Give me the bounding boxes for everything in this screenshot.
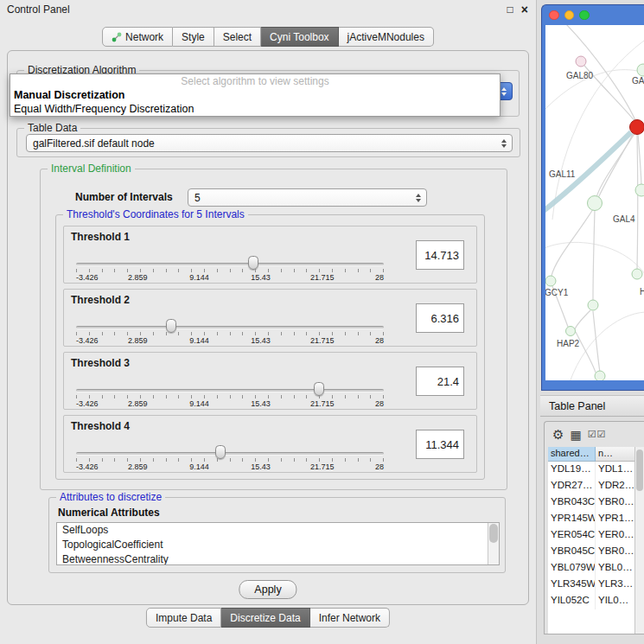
list-item[interactable]: BetweennessCentrality xyxy=(57,552,499,565)
close-traffic-light-icon[interactable] xyxy=(549,10,559,21)
table-cell[interactable]: YBL079W xyxy=(548,560,596,577)
table-cell[interactable]: YDR27… xyxy=(548,478,596,494)
network-node[interactable] xyxy=(566,327,576,336)
table-cell[interactable]: YLR3… xyxy=(596,577,634,593)
column-header-name[interactable]: n… xyxy=(596,447,634,462)
table-cell[interactable]: YBR0… xyxy=(596,494,634,511)
network-node[interactable] xyxy=(630,120,644,135)
number-of-intervals-label: Number of Intervals xyxy=(75,191,173,203)
network-window-titlebar[interactable] xyxy=(542,5,644,25)
tab-impute-data[interactable]: Impute Data xyxy=(146,608,221,628)
table-row[interactable]: YBR043CYBR0… xyxy=(548,494,634,511)
thresholds-list: Threshold 1-3.4262.8599.14415.4321.71528… xyxy=(56,226,484,478)
table-cell[interactable]: YBR0… xyxy=(596,544,634,560)
list-item[interactable]: TopologicalCoefficient xyxy=(57,538,499,552)
table-cell[interactable]: YDL19… xyxy=(548,462,596,478)
threshold-value-field[interactable]: 21.4 xyxy=(416,367,464,396)
table-cell[interactable]: YIL0… xyxy=(596,593,634,609)
table-cell[interactable]: YER0… xyxy=(596,527,634,544)
slider-ticks xyxy=(76,395,385,399)
slider-thumb[interactable] xyxy=(314,382,324,396)
slider-thumb[interactable] xyxy=(248,256,258,270)
slider-scale-label: -3.426 xyxy=(76,336,99,345)
slider-scale-label: 15.43 xyxy=(251,336,271,345)
tab-discretize-data[interactable]: Discretize Data xyxy=(221,608,309,628)
threshold-value-field[interactable]: 6.316 xyxy=(416,303,464,333)
slider-track[interactable] xyxy=(76,263,384,266)
table-cell[interactable]: YDL1… xyxy=(596,462,634,478)
stepper-arrows-icon[interactable] xyxy=(501,139,507,148)
table-cell[interactable]: YPR145W xyxy=(548,511,596,527)
column-header-shared-name[interactable]: shared… xyxy=(548,447,596,462)
list-item[interactable]: SelfLoops xyxy=(57,523,499,538)
tab-label: Style xyxy=(182,31,205,43)
thresholds-group: Threshold's Coordinates for 5 Intervals … xyxy=(55,214,485,480)
stepper-arrows-icon[interactable] xyxy=(416,194,421,202)
tab-infer-network[interactable]: Infer Network xyxy=(310,608,390,628)
popup-option-manual-discretization[interactable]: Manual Discretization xyxy=(10,88,500,102)
node-label: HAP2 xyxy=(557,339,580,348)
tab-select[interactable]: Select xyxy=(214,27,261,47)
network-node[interactable] xyxy=(632,269,642,279)
popup-option-equal-width-frequency[interactable]: Equal Width/Frequency Discretization xyxy=(10,102,500,116)
columns-icon[interactable]: ▦ xyxy=(570,428,581,442)
table-row[interactable]: YDL19…YDL1… xyxy=(548,462,634,478)
threshold-label: Threshold 1 xyxy=(71,231,130,243)
threshold-value-field[interactable]: 14.713 xyxy=(416,240,464,270)
table-cell[interactable]: YLR345W xyxy=(548,577,596,593)
number-of-intervals-combobox[interactable]: 5 xyxy=(188,188,427,207)
network-canvas[interactable]: GAL80GAGAL11GAL4GCY1HAP2H xyxy=(545,25,644,380)
tab-cyni-toolbox[interactable]: Cyni Toolbox xyxy=(261,27,338,47)
slider-track[interactable] xyxy=(76,389,384,392)
select-columns-checkbox-icons[interactable]: ☑☑ xyxy=(588,429,607,440)
scrollbar-thumb[interactable] xyxy=(636,450,643,491)
table-row[interactable]: YER054CYER0… xyxy=(548,527,634,544)
slider-thumb[interactable] xyxy=(215,445,226,459)
slider-scale-label: 9.144 xyxy=(189,462,209,471)
threshold-value-field[interactable]: 11.344 xyxy=(416,430,464,459)
apply-button[interactable]: Apply xyxy=(239,580,296,599)
float-window-icon[interactable]: □ xyxy=(507,0,513,19)
numerical-attributes-list[interactable]: SelfLoopsTopologicalCoefficientBetweenne… xyxy=(56,522,500,565)
network-node[interactable] xyxy=(588,300,598,310)
slider-scale-label: -3.426 xyxy=(76,462,99,471)
slider-scale-label: 28 xyxy=(375,462,384,471)
tab-network[interactable]: Network xyxy=(102,27,173,47)
table-row[interactable]: YBL079WYBL0… xyxy=(548,560,634,577)
close-window-icon[interactable]: × xyxy=(521,0,528,19)
table-row[interactable]: YIL052CYIL0… xyxy=(548,593,634,609)
table-rows: YDL19…YDL1…YDR27…YDR2…YBR043CYBR0…YPR145… xyxy=(548,462,634,609)
threshold-panel: Threshold 3-3.4262.8599.14415.4321.71528… xyxy=(63,352,477,410)
group-title: Threshold's Coordinates for 5 Intervals xyxy=(63,208,248,220)
table-cell[interactable]: YBR045C xyxy=(548,544,596,560)
table-cell[interactable]: YER054C xyxy=(548,527,596,544)
table-row[interactable]: YLR345WYLR3… xyxy=(548,577,634,593)
scrollbar-thumb[interactable] xyxy=(489,524,498,543)
slider-thumb[interactable] xyxy=(166,319,176,333)
slider-track[interactable] xyxy=(76,452,384,456)
table-cell[interactable]: YIL052C xyxy=(548,593,596,609)
table-cell[interactable]: YPR1… xyxy=(596,511,634,527)
table-cell[interactable]: YDR2… xyxy=(596,478,634,494)
table-cell[interactable]: YBR043C xyxy=(548,494,596,511)
table-scrollbar[interactable] xyxy=(634,447,644,634)
network-node[interactable] xyxy=(635,184,644,196)
tab-jactivemnodules[interactable]: jActiveMNodules xyxy=(339,27,434,47)
minimize-traffic-light-icon[interactable] xyxy=(564,10,575,21)
tab-style[interactable]: Style xyxy=(173,27,214,47)
slider-track[interactable] xyxy=(76,326,384,329)
table-row[interactable]: YPR145WYPR1… xyxy=(548,511,634,527)
network-node[interactable] xyxy=(637,64,644,76)
slider-scale-label: 9.144 xyxy=(189,273,209,282)
network-node[interactable] xyxy=(595,371,605,380)
table-cell[interactable]: YBL0… xyxy=(596,560,634,577)
network-node[interactable] xyxy=(576,56,586,67)
table-row[interactable]: YBR045CYBR0… xyxy=(548,544,634,560)
table-row[interactable]: YDR27…YDR2… xyxy=(548,478,634,494)
zoom-traffic-light-icon[interactable] xyxy=(579,10,590,21)
attributes-scrollbar[interactable] xyxy=(488,523,499,564)
network-node[interactable] xyxy=(588,196,603,211)
network-node[interactable] xyxy=(545,276,556,286)
gear-icon[interactable]: ⚙ xyxy=(552,427,564,443)
table-data-combobox[interactable]: galFiltered.sif default node xyxy=(26,134,513,152)
